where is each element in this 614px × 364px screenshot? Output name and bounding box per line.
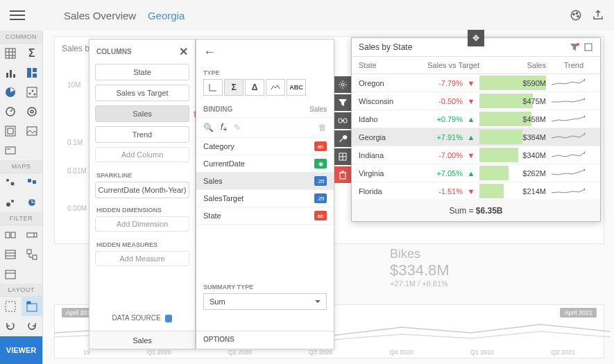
data-source-label[interactable]: DATA SOURCE <box>112 314 161 322</box>
svg-rect-47 <box>6 270 15 279</box>
col-svt[interactable]: Sales vs Target <box>407 61 479 69</box>
tool-combo[interactable] <box>22 225 43 245</box>
trash-icon[interactable] <box>334 166 351 183</box>
col-sales[interactable]: Sales <box>479 61 546 69</box>
export-icon[interactable] <box>592 9 604 21</box>
back-arrow-icon[interactable]: ← <box>203 45 216 60</box>
tool-image[interactable] <box>22 121 43 141</box>
summary-select[interactable]: Sum <box>203 293 327 310</box>
columns-title: COLUMNS <box>96 48 132 55</box>
tool-choropleth[interactable] <box>22 173 43 193</box>
tool-undo[interactable] <box>0 316 22 336</box>
arrow-up-icon: ▲ <box>463 133 479 141</box>
search-icon[interactable]: 🔍 <box>203 123 214 132</box>
columns-footer-tab[interactable]: Sales <box>89 331 195 349</box>
edit-icon[interactable]: ✎ <box>234 123 241 132</box>
breadcrumb-root[interactable]: Sales Overview <box>64 10 136 21</box>
viewer-button[interactable]: VIEWER <box>0 336 42 364</box>
add-column[interactable]: Add Column <box>95 147 189 162</box>
svg-point-52 <box>341 83 344 86</box>
link-icon[interactable] <box>334 112 351 129</box>
table-row[interactable]: Wisconsin-0.50%▼$475M <box>352 92 600 110</box>
type-measure[interactable]: Σ <box>224 79 244 96</box>
gear-icon[interactable] <box>334 76 351 93</box>
timeline-ticks: 19 Q1 2020 Q2 2020 Q3 2020 Q4 2020 Q1 20… <box>55 349 604 356</box>
tool-grid[interactable] <box>0 44 22 63</box>
tool-pie[interactable] <box>0 83 22 102</box>
arrow-up-icon: ▲ <box>463 169 479 177</box>
tool-bar-chart[interactable] <box>0 63 22 83</box>
options-section[interactable]: OPTIONS <box>196 331 334 349</box>
move-icon[interactable]: ✥ <box>468 30 484 46</box>
delete-icon[interactable]: 🗑 <box>318 123 327 132</box>
breadcrumb-active[interactable]: Georgia <box>148 10 185 21</box>
arrow-down-icon: ▼ <box>463 97 479 105</box>
tool-geomap[interactable] <box>0 173 22 193</box>
type-badge-icon: .25 <box>314 193 327 203</box>
table-row[interactable]: Oregon-7.79%▼$590M <box>352 74 600 92</box>
close-icon[interactable]: ✕ <box>179 45 188 58</box>
tool-gauge[interactable] <box>0 102 22 121</box>
palette-icon[interactable] <box>570 9 582 21</box>
binding-item[interactable]: Stateab <box>196 207 334 225</box>
tool-date[interactable] <box>0 264 22 284</box>
col-trend[interactable]: Trend <box>546 61 588 69</box>
tool-gauge2[interactable] <box>22 102 43 121</box>
datasource-icon[interactable] <box>165 315 172 322</box>
funnel-icon[interactable] <box>334 94 351 111</box>
sidebar: COMMON Σ MAPS FILTER <box>0 31 43 364</box>
tool-tree[interactable] <box>22 245 43 264</box>
binding-item[interactable]: CurrentDate◉ <box>196 155 334 173</box>
tool-card[interactable] <box>0 141 22 160</box>
tool-pivot[interactable] <box>22 63 43 83</box>
svg-point-1 <box>573 13 574 15</box>
binding-item[interactable]: SalesTarget.25 <box>196 190 334 207</box>
column-item[interactable]: Trend <box>95 126 189 143</box>
svg-rect-59 <box>340 173 346 179</box>
table-row[interactable]: Virginia+7.05%▲$262M <box>352 164 600 182</box>
binding-item[interactable]: Sales.25 <box>196 173 334 190</box>
breadcrumb: Sales Overview Georgia <box>64 10 185 21</box>
tool-group[interactable] <box>0 297 22 316</box>
tool-scatter[interactable] <box>22 83 43 102</box>
type-sparkline[interactable] <box>266 79 285 96</box>
tool-tabgroup[interactable] <box>22 297 43 316</box>
type-text[interactable]: ABC <box>287 79 306 96</box>
table-row[interactable]: Idaho+0.79%▲$458M <box>352 110 600 128</box>
binding-panel: ← TYPE Σ Δ ABC BINDING Sales 🔍 f+ ✎ 🗑 Ca… <box>196 39 334 349</box>
add-measure[interactable]: Add Measure <box>95 251 189 266</box>
add-dimension[interactable]: Add Dimension <box>95 216 189 232</box>
sales-by-state-grid: ✥ Sales by State State Sales vs Target S… <box>351 37 601 222</box>
binding-item[interactable]: Categoryab <box>196 138 334 155</box>
col-state[interactable]: State <box>359 61 407 69</box>
svg-rect-24 <box>6 126 15 136</box>
tool-range[interactable] <box>0 225 22 245</box>
type-delta[interactable]: Δ <box>245 79 264 96</box>
filter-indicator-icon[interactable] <box>570 42 579 52</box>
wrench-icon[interactable] <box>334 130 351 147</box>
tool-sigma[interactable]: Σ <box>22 44 43 63</box>
column-item[interactable]: Sales vs Target <box>95 85 189 101</box>
fx-icon[interactable]: f+ <box>221 122 227 133</box>
sparkline-field[interactable]: CurrentDate (Month-Year) <box>95 182 189 198</box>
maximize-icon[interactable] <box>583 42 593 52</box>
svg-rect-49 <box>6 302 15 311</box>
table-row[interactable]: Florida-1.51%▼$214M <box>352 182 600 200</box>
table-row[interactable]: Georgia+7.91%▲$384M <box>352 128 600 146</box>
svg-rect-11 <box>13 74 15 78</box>
column-item[interactable]: Sales🗑 <box>95 105 189 122</box>
hamburger-menu[interactable] <box>10 8 25 23</box>
timeline-end-tag[interactable]: April 2021 <box>560 308 597 318</box>
svg-rect-63 <box>585 44 592 51</box>
type-badge-icon: .25 <box>314 176 327 186</box>
svg-rect-51 <box>27 302 31 304</box>
tool-list[interactable] <box>0 245 22 264</box>
tool-piemap[interactable] <box>22 193 43 212</box>
column-item[interactable]: State <box>95 64 189 80</box>
table-row[interactable]: Indiana-7.00%▼$340M <box>352 146 600 164</box>
tool-treemap[interactable] <box>0 121 22 141</box>
type-dimension[interactable] <box>203 79 223 96</box>
tool-bubble[interactable] <box>0 193 22 212</box>
tool-redo[interactable] <box>22 316 43 336</box>
convert-icon[interactable] <box>334 148 351 165</box>
